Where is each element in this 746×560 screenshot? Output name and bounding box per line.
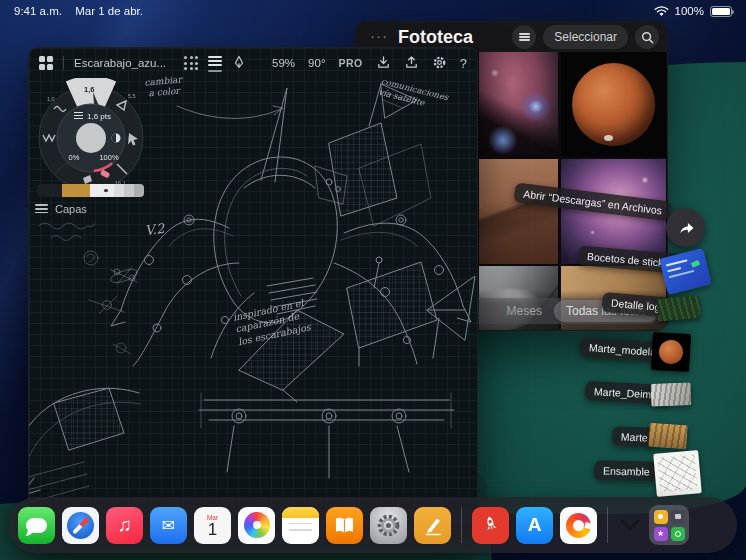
precision-grid-icon[interactable]: [184, 56, 198, 70]
thumb-marte-deimos[interactable]: [651, 382, 692, 406]
swatch-gray-2[interactable]: [124, 184, 134, 197]
dock-music-icon[interactable]: ♫: [106, 507, 143, 544]
help-button[interactable]: ?: [460, 56, 467, 71]
thumb-marte-modelado[interactable]: [651, 332, 691, 372]
wifi-icon: [654, 6, 669, 17]
segment-months[interactable]: Meses: [495, 304, 554, 318]
gallery-icon[interactable]: [39, 56, 53, 70]
clock: 9:41 a.m.: [14, 5, 62, 17]
ring-label-2: 5,5: [128, 93, 136, 99]
dock-app-library-icon[interactable]: ★: [649, 505, 689, 545]
dock: ♫ ✉ Mar 1 A ★: [8, 497, 737, 553]
dock-chevron-down-icon[interactable]: [618, 507, 642, 544]
sticker-green[interactable]: [656, 295, 701, 322]
layers-panel-header[interactable]: Capas: [35, 202, 87, 215]
photo-horsehead-nebula[interactable]: [479, 52, 558, 157]
swatch-black[interactable]: [37, 184, 62, 197]
battery-icon: [710, 6, 732, 17]
export-icon[interactable]: [404, 55, 419, 72]
wheel-size-label: 1,6 pts: [87, 112, 111, 121]
photo-desert-hills[interactable]: [479, 159, 558, 264]
ring-label-1: 1,0: [47, 96, 55, 102]
dock-appstore-icon[interactable]: A: [516, 507, 553, 544]
drawing-toolbar: Escarabajo_azu... 59% 90° PRO ?: [29, 48, 477, 78]
swatch-gold[interactable]: [62, 184, 90, 197]
import-icon[interactable]: [376, 55, 391, 72]
share-button[interactable]: [666, 208, 705, 247]
filter-icon[interactable]: [512, 25, 536, 49]
drawing-app-window: Escarabajo_azu... 59% 90° PRO ?: [28, 47, 478, 540]
ipad-screen: ··· Fototeca Seleccionar Meses Todas las…: [0, 0, 746, 560]
dock-divider: [607, 507, 608, 543]
fototeca-title: Fototeca: [398, 27, 473, 48]
dock-calendar-icon[interactable]: Mar 1: [194, 507, 231, 544]
drag-label-ensamble[interactable]: Ensamble: [594, 460, 659, 481]
dock-safari-icon[interactable]: [62, 507, 99, 544]
swatch-gray-3[interactable]: [134, 184, 144, 197]
search-icon[interactable]: [635, 25, 659, 49]
dock-sketch-app-icon[interactable]: [414, 507, 451, 544]
dock-paint-app-icon[interactable]: [560, 507, 597, 544]
dock-rocket-app-icon[interactable]: [472, 507, 509, 544]
share-arrow-icon: [676, 218, 696, 238]
pen-settings-icon[interactable]: [232, 55, 246, 71]
thumb-ensamble[interactable]: [653, 450, 702, 497]
zoom-level[interactable]: 59%: [272, 57, 295, 69]
dock-photos-icon[interactable]: [238, 507, 275, 544]
window-controls-dots[interactable]: ···: [370, 27, 388, 44]
color-swatch-bar: [37, 184, 144, 197]
pro-badge[interactable]: PRO: [339, 57, 363, 69]
select-button[interactable]: Seleccionar: [543, 25, 628, 49]
thumb-marte[interactable]: [648, 423, 688, 450]
layers-label: Capas: [55, 203, 87, 215]
swatch-gray-1[interactable]: [114, 184, 124, 197]
status-bar: 9:41 a.m. Mar 1 de abr. 100%: [0, 0, 746, 22]
dock-notes-icon[interactable]: [282, 507, 319, 544]
dock-books-icon[interactable]: [326, 507, 363, 544]
dock-settings-icon[interactable]: [370, 507, 407, 544]
wheel-opacity-max: 100%: [99, 153, 119, 162]
battery-percent: 100%: [675, 5, 704, 17]
rotation-value[interactable]: 90°: [308, 57, 325, 69]
date: Mar 1 de abr.: [75, 5, 143, 17]
wheel-size-value: 1,6: [84, 85, 94, 94]
dock-mail-icon[interactable]: ✉: [150, 507, 187, 544]
wheel-opacity-min: 0%: [69, 153, 80, 162]
layers-list-icon: [35, 202, 48, 215]
swatch-white-selected[interactable]: [90, 184, 114, 197]
photo-mars-planet[interactable]: [561, 52, 666, 157]
layers-icon[interactable]: [208, 54, 222, 72]
dock-divider: [461, 507, 462, 543]
tool-wheel[interactable]: 1,6 1,6 pts 0% 100% 1,0 5,5 16,1 6,0: [33, 78, 149, 194]
dock-messages-icon[interactable]: [18, 507, 55, 544]
gear-icon[interactable]: [432, 55, 447, 72]
document-title[interactable]: Escarabajo_azu...: [74, 57, 166, 69]
